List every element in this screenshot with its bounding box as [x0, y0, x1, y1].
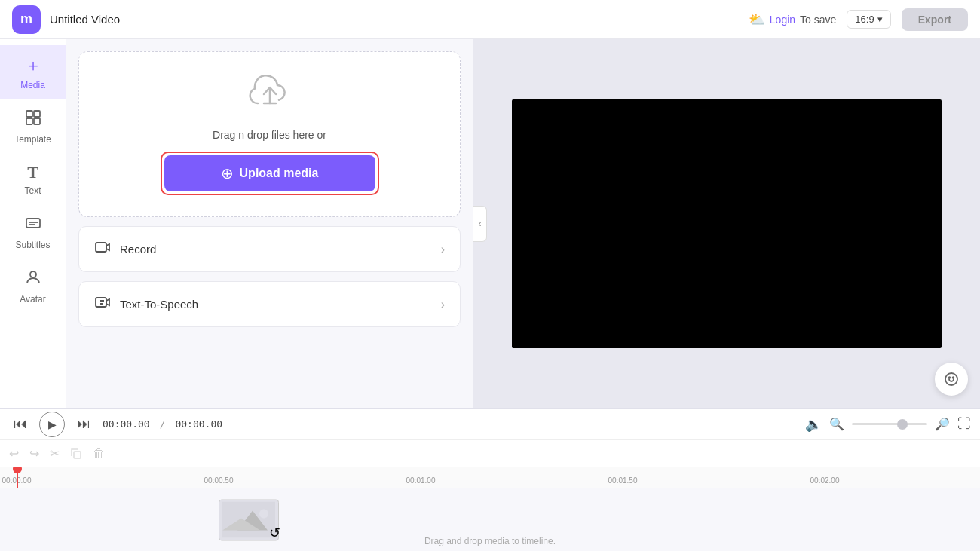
media-icon: ＋: [25, 54, 41, 77]
play-button[interactable]: ▶: [39, 412, 65, 437]
svg-point-12: [949, 377, 951, 378]
svg-point-11: [945, 373, 957, 385]
sidebar-item-avatar[interactable]: Avatar: [0, 259, 66, 314]
svg-rect-3: [34, 118, 40, 124]
copy-button[interactable]: [70, 448, 82, 460]
zoom-out-button[interactable]: 🔍: [829, 417, 844, 431]
transport-bar: ⏮ ▶ ⏭ 00:00.00 / 00:00.00 🔈 🔍 🔎 ⛶: [0, 409, 980, 440]
sidebar-item-subtitles[interactable]: Subtitles: [0, 205, 66, 259]
playhead-dot: [13, 467, 22, 473]
total-time: 00:00.00: [175, 418, 222, 430]
upload-media-button[interactable]: ⊕ Upload media: [164, 155, 375, 191]
edit-toolbar: ↩ ↪ ✂ 🗑: [0, 440, 980, 467]
subtitles-icon: [24, 214, 42, 237]
ratio-selector[interactable]: 16:9 ▾: [847, 10, 890, 29]
cursor-icon: ↺: [269, 525, 280, 541]
redo-button[interactable]: ↪: [29, 446, 39, 461]
upload-btn-wrapper: ⊕ Upload media: [161, 152, 379, 195]
svg-rect-2: [26, 118, 32, 124]
record-icon: [94, 239, 111, 259]
tts-row[interactable]: Text-To-Speech ›: [78, 281, 461, 327]
drag-drop-text: Drag n drop files here or: [213, 129, 326, 141]
save-text: To save: [800, 14, 836, 26]
svg-rect-14: [74, 452, 81, 458]
text-icon: T: [27, 163, 38, 182]
topbar-left: m Untitled Video: [12, 5, 120, 34]
record-label: Record: [120, 243, 156, 256]
preview-area: ‹: [473, 39, 980, 408]
svg-point-18: [259, 510, 268, 519]
template-icon: [24, 109, 42, 131]
login-link[interactable]: Login: [770, 14, 795, 26]
svg-rect-4: [26, 219, 40, 228]
tts-label: Text-To-Speech: [120, 298, 198, 311]
app-logo[interactable]: m: [12, 5, 41, 34]
svg-point-13: [953, 377, 954, 378]
cloud-icon: ⛅: [749, 11, 765, 28]
upload-cloud-icon: [247, 75, 292, 118]
topbar: m Untitled Video ⛅ Login To save 16:9 ▾ …: [0, 0, 980, 39]
record-row[interactable]: Record ›: [78, 226, 461, 272]
sidebar-item-media[interactable]: ＋ Media: [0, 45, 66, 99]
drop-hint: Drag and drop media to timeline.: [424, 536, 556, 546]
svg-rect-0: [26, 111, 32, 117]
upload-box: Drag n drop files here or ⊕ Upload media: [78, 51, 461, 217]
export-button[interactable]: Export: [902, 8, 968, 31]
zoom-in-button[interactable]: 🔎: [935, 417, 950, 431]
svg-rect-9: [96, 243, 106, 252]
tts-chevron-icon: ›: [441, 298, 445, 311]
main-area: ＋ Media Template T Text: [0, 39, 980, 408]
plus-icon: ⊕: [221, 164, 234, 182]
volume-button[interactable]: 🔈: [805, 416, 822, 433]
sidebar: ＋ Media Template T Text: [0, 39, 66, 408]
timeline-track: ↺ Drag and drop media to timeline.: [0, 488, 980, 551]
skip-back-button[interactable]: ⏮: [9, 415, 32, 433]
skip-forward-button[interactable]: ⏭: [72, 415, 95, 433]
cut-button[interactable]: ✂: [50, 446, 60, 461]
save-area: ⛅ Login To save: [749, 11, 837, 28]
timeline-ruler: 00:00.00 00:00.50 00:01.00 00:01.50 00:0…: [0, 467, 980, 488]
panel: Drag n drop files here or ⊕ Upload media…: [66, 39, 473, 408]
zoom-slider[interactable]: [852, 423, 927, 425]
svg-point-7: [30, 271, 36, 277]
tts-icon: [94, 294, 111, 314]
chevron-down-icon: ▾: [877, 14, 883, 25]
record-chevron-icon: ›: [441, 243, 445, 256]
sidebar-item-text[interactable]: T Text: [0, 154, 66, 205]
timeline-area: ⏮ ▶ ⏭ 00:00.00 / 00:00.00 🔈 🔍 🔎 ⛶ ↩ ↪ ✂ …: [0, 408, 980, 551]
current-time: 00:00.00: [103, 418, 150, 430]
video-title: Untitled Video: [50, 13, 120, 26]
svg-rect-10: [96, 298, 106, 307]
chat-button[interactable]: [935, 363, 968, 396]
sidebar-item-template[interactable]: Template: [0, 99, 66, 154]
playhead[interactable]: [17, 467, 18, 488]
svg-rect-1: [34, 111, 40, 117]
undo-button[interactable]: ↩: [9, 446, 19, 461]
collapse-panel-button[interactable]: ‹: [473, 206, 487, 242]
avatar-icon: [24, 268, 42, 291]
delete-button[interactable]: 🗑: [93, 447, 105, 461]
topbar-right: ⛅ Login To save 16:9 ▾ Export: [749, 8, 968, 31]
video-canvas: [512, 99, 942, 348]
fullscreen-button[interactable]: ⛶: [957, 416, 971, 432]
